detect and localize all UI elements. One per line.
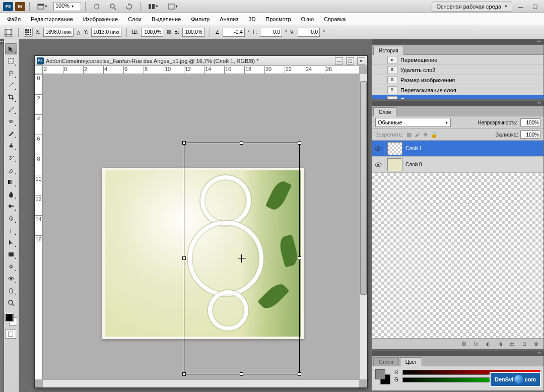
color-swatch-pair[interactable] bbox=[375, 369, 390, 384]
menu-3d[interactable]: 3D bbox=[243, 14, 260, 24]
maximize-doc-button[interactable]: ▢ bbox=[346, 57, 354, 64]
hskew-input[interactable] bbox=[260, 28, 282, 37]
layer-row[interactable]: Слой 0 bbox=[372, 157, 543, 173]
lock-brush-icon[interactable]: 🖌 bbox=[415, 132, 420, 138]
brush-tool[interactable] bbox=[5, 128, 17, 139]
transform-center-icon[interactable] bbox=[238, 254, 246, 263]
layer-mask-icon[interactable]: ◐ bbox=[484, 341, 492, 348]
history-item[interactable]: ▸Перемещение bbox=[372, 95, 543, 99]
menu-edit[interactable]: Редактирование bbox=[26, 14, 78, 24]
history-item[interactable]: 🗎Удалить слой bbox=[372, 65, 543, 75]
type-tool[interactable]: T bbox=[5, 225, 17, 236]
panel-collapse-strip[interactable]: ◂◂ bbox=[372, 39, 544, 44]
reference-point-icon[interactable] bbox=[24, 28, 33, 37]
tab-layers[interactable]: Слои bbox=[373, 107, 396, 116]
arrange-docs-button[interactable]: ▼ bbox=[145, 2, 162, 12]
clone-stamp-tool[interactable] bbox=[5, 140, 17, 151]
x-input[interactable] bbox=[43, 28, 74, 37]
link-layers-icon[interactable]: ⛓ bbox=[460, 341, 468, 348]
layer-name[interactable]: Слой 1 bbox=[405, 146, 422, 151]
screen-layout-button[interactable]: ▼ bbox=[164, 2, 182, 12]
horizontal-scrollbar[interactable] bbox=[43, 379, 359, 387]
zoom-tool-button[interactable] bbox=[106, 2, 120, 12]
dodge-tool[interactable] bbox=[5, 201, 17, 212]
blur-tool[interactable] bbox=[5, 188, 17, 200]
zoom-select[interactable]: 100% ▼ bbox=[53, 2, 81, 11]
transform-handle[interactable] bbox=[182, 372, 186, 376]
transform-handle[interactable] bbox=[298, 141, 301, 145]
minimize-doc-button[interactable]: — bbox=[335, 57, 343, 64]
minimize-button[interactable]: — bbox=[514, 2, 527, 12]
ruler-vertical[interactable]: 0246810121416 bbox=[35, 74, 43, 379]
tab-color[interactable]: Цвет bbox=[400, 357, 422, 366]
fill-input[interactable] bbox=[520, 130, 540, 139]
opacity-input[interactable] bbox=[520, 118, 540, 126]
path-selection-tool[interactable] bbox=[5, 237, 17, 248]
menu-file[interactable]: Файл bbox=[2, 14, 26, 24]
gradient-tool[interactable] bbox=[5, 176, 17, 187]
menu-image[interactable]: Изображение bbox=[78, 14, 123, 24]
marquee-tool[interactable] bbox=[5, 55, 17, 67]
crop-tool[interactable] bbox=[5, 92, 17, 103]
history-item[interactable]: ▸Перемещение bbox=[372, 55, 543, 65]
group-icon[interactable]: 🗀 bbox=[508, 341, 516, 348]
history-item[interactable]: 🗎Перетаскивание слоя bbox=[372, 85, 543, 95]
hand-tool-button[interactable] bbox=[90, 2, 104, 12]
zoom-tool[interactable] bbox=[5, 297, 17, 308]
menu-window[interactable]: Окно bbox=[296, 14, 319, 24]
magic-wand-tool[interactable] bbox=[5, 80, 17, 91]
maximize-button[interactable]: ▢ bbox=[529, 2, 541, 12]
w-input[interactable] bbox=[141, 28, 163, 37]
panel-collapse-strip[interactable]: ◂◂ bbox=[372, 101, 544, 106]
tab-styles[interactable]: Стили bbox=[373, 357, 399, 366]
visibility-toggle[interactable] bbox=[372, 157, 384, 172]
vertical-scrollbar[interactable] bbox=[359, 74, 367, 379]
visibility-toggle[interactable] bbox=[372, 141, 384, 156]
lasso-tool[interactable] bbox=[5, 68, 17, 79]
menu-select[interactable]: Выделение bbox=[147, 14, 186, 24]
healing-tool[interactable] bbox=[5, 116, 17, 127]
workspace-selector[interactable]: Основная рабочая среда ▼ bbox=[432, 2, 512, 12]
menu-view[interactable]: Просмотр bbox=[260, 14, 296, 24]
layer-thumbnail[interactable] bbox=[387, 158, 402, 171]
new-layer-icon[interactable]: 🗋 bbox=[520, 341, 528, 348]
tab-history[interactable]: История bbox=[373, 46, 404, 55]
transform-handle[interactable] bbox=[182, 256, 186, 260]
angle-input[interactable] bbox=[223, 28, 245, 37]
photoshop-icon[interactable]: PS bbox=[3, 2, 13, 11]
h-input[interactable] bbox=[182, 28, 205, 37]
transform-handle[interactable] bbox=[240, 141, 243, 145]
history-item[interactable]: 🗎Размер изображения bbox=[372, 75, 543, 85]
move-tool[interactable] bbox=[5, 43, 17, 54]
transform-handle[interactable] bbox=[298, 372, 301, 376]
close-doc-button[interactable]: ✕ bbox=[357, 57, 365, 64]
y-input[interactable] bbox=[91, 28, 121, 37]
link-icon[interactable]: ⛓ bbox=[166, 29, 171, 35]
transform-handle[interactable] bbox=[298, 256, 301, 260]
lock-move-icon[interactable]: ✥ bbox=[423, 132, 428, 138]
transform-icon[interactable] bbox=[4, 28, 13, 37]
3d-rotate-tool[interactable] bbox=[5, 261, 17, 272]
eraser-tool[interactable] bbox=[5, 164, 17, 175]
history-brush-tool[interactable] bbox=[5, 152, 17, 163]
document-titlebar[interactable]: PS AddonComeinmyparadise_Fanfan-Rue des … bbox=[35, 56, 367, 66]
screen-mode-button[interactable]: ▼ bbox=[34, 2, 51, 12]
layer-name[interactable]: Слой 0 bbox=[405, 162, 422, 167]
blend-mode-select[interactable]: Обычные▼ bbox=[375, 118, 451, 127]
eyedropper-tool[interactable] bbox=[5, 104, 17, 115]
rectangle-tool[interactable] bbox=[5, 249, 17, 260]
vskew-input[interactable] bbox=[298, 28, 320, 37]
ruler-origin[interactable] bbox=[35, 66, 43, 74]
document-canvas[interactable] bbox=[43, 74, 359, 379]
lock-all-icon[interactable]: 🔒 bbox=[431, 132, 438, 138]
pen-tool[interactable] bbox=[5, 213, 17, 224]
menu-filter[interactable]: Фильтр bbox=[186, 14, 215, 24]
trash-icon[interactable]: 🗑 bbox=[532, 341, 540, 348]
bridge-icon[interactable]: Br bbox=[15, 2, 25, 11]
layer-row[interactable]: Слой 1 bbox=[372, 141, 543, 157]
3d-orbit-tool[interactable] bbox=[5, 273, 17, 284]
expand-icon[interactable]: ▸▸ bbox=[0, 39, 4, 44]
layer-thumbnail[interactable] bbox=[387, 142, 402, 155]
menu-layer[interactable]: Слои bbox=[123, 14, 147, 24]
transform-handle[interactable] bbox=[182, 141, 186, 145]
